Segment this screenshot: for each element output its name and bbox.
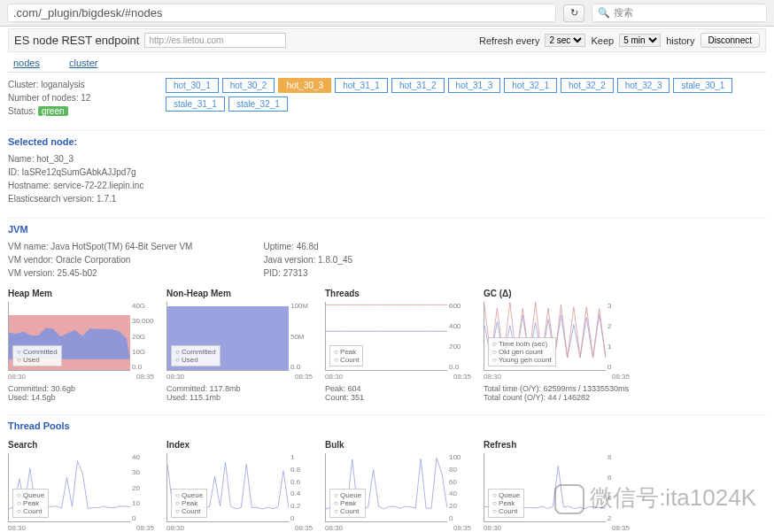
chart-plot: Time both (sec)Old gen countYoung gen co… xyxy=(484,302,606,371)
reload-button[interactable]: ↻ xyxy=(563,4,584,22)
node-id: ID: IaSRe12qSumGAbkAJJpd7g xyxy=(8,166,766,179)
chart-plot: PeakCount xyxy=(325,302,447,371)
chart-heap-mem: Heap MemCommittedUsed40G30.00020G10G0.00… xyxy=(8,289,154,402)
node-button-hot_32_3[interactable]: hot_32_3 xyxy=(617,78,670,93)
keep-select[interactable]: 5 min xyxy=(619,34,661,47)
keep-label: Keep xyxy=(591,35,614,46)
disconnect-button[interactable]: Disconnect xyxy=(700,33,760,48)
jvm-charts-row: Heap MemCommittedUsed40G30.00020G10G0.00… xyxy=(8,289,766,402)
chart-title: Threads xyxy=(325,289,471,298)
vm-version: VM version: 25.45-b02 xyxy=(8,266,192,280)
search-placeholder: 搜索 xyxy=(614,6,633,19)
node-button-hot_31_2[interactable]: hot_31_2 xyxy=(391,78,445,93)
node-button-hot_31_3[interactable]: hot_31_3 xyxy=(448,78,501,93)
chart-plot: QueuePeakCount xyxy=(8,453,130,522)
tab-row: nodes cluster xyxy=(8,54,766,73)
chart-threads: ThreadsPeakCount6004002000.008:3008:35Pe… xyxy=(325,289,471,402)
chart-title: Refresh xyxy=(484,440,630,450)
node-button-hot_30_3[interactable]: hot_30_3 xyxy=(278,78,331,93)
chart-title: Index xyxy=(166,440,313,450)
chart-legend: QueuePeakCount xyxy=(12,489,49,518)
chart-search: SearchQueuePeakCount40302010008:3008:35Q… xyxy=(8,440,154,532)
browser-bar: .com/_plugin/bigdesk/#nodes ↻ 🔍搜索 xyxy=(0,0,774,27)
node-button-stale_30_1[interactable]: stale_30_1 xyxy=(673,78,732,93)
node-buttons: hot_30_1hot_30_2hot_30_3hot_31_1hot_31_2… xyxy=(166,78,766,112)
node-name: Name: hot_30_3 xyxy=(8,152,766,166)
search-bar[interactable]: 🔍搜索 xyxy=(592,4,767,22)
chart-title: Non-Heap Mem xyxy=(166,289,313,298)
chart-gc-: GC (Δ)Time both (sec)Old gen countYoung … xyxy=(484,289,630,402)
chart-index: IndexQueuePeakCount10.80.60.40.2008:3008… xyxy=(166,440,313,532)
reload-icon: ↻ xyxy=(570,7,578,19)
chart-legend: CommittedUsed xyxy=(171,345,221,366)
toolbar: ES node REST endpoint Refresh every 2 se… xyxy=(8,28,766,52)
node-button-stale_32_1[interactable]: stale_32_1 xyxy=(228,96,288,112)
cluster-status-label: Status: xyxy=(8,106,35,116)
chart-legend: Time both (sec)Old gen countYoung gen co… xyxy=(488,337,556,366)
vm-vendor: VM vendor: Oracle Corporation xyxy=(8,253,192,266)
chart-non-heap-mem: Non-Heap MemCommittedUsed100M50M0.008:30… xyxy=(166,289,313,402)
chart-legend: QueuePeakCount xyxy=(171,489,207,518)
cluster-name: Cluster: loganalysis xyxy=(8,78,159,91)
selected-node-info: Name: hot_30_3 ID: IaSRe12qSumGAbkAJJpd7… xyxy=(8,152,766,205)
cluster-nodes: Number of nodes: 12 xyxy=(8,91,159,104)
tab-cluster[interactable]: cluster xyxy=(69,58,97,68)
selected-node-title: Selected node: xyxy=(8,130,766,147)
chart-plot: QueuePeakCount xyxy=(484,453,606,522)
node-button-stale_31_1[interactable]: stale_31_1 xyxy=(166,96,225,112)
refresh-select[interactable]: 2 sec xyxy=(545,34,585,47)
chart-stats: Committed: 117.8mbUsed: 115.1mb xyxy=(166,384,313,402)
chart-title: Bulk xyxy=(325,440,471,450)
chart-stats: Peak: 604Count: 351 xyxy=(325,384,471,402)
chart-title: GC (Δ) xyxy=(484,289,630,298)
thread-pool-charts-row: SearchQueuePeakCount40302010008:3008:35Q… xyxy=(8,440,766,532)
tab-nodes[interactable]: nodes xyxy=(13,58,40,68)
chart-legend: QueuePeakCount xyxy=(488,489,524,518)
node-button-hot_30_1[interactable]: hot_30_1 xyxy=(166,78,219,93)
node-button-hot_32_1[interactable]: hot_32_1 xyxy=(504,78,557,93)
jvm-info: VM name: Java HotSpot(TM) 64-Bit Server … xyxy=(8,240,766,280)
chart-plot: QueuePeakCount xyxy=(166,453,289,522)
node-hostname: Hostname: service-72-22.liepin.inc xyxy=(8,179,766,192)
chart-legend: QueuePeakCount xyxy=(329,489,366,518)
chart-plot: QueuePeakCount xyxy=(325,453,447,522)
chart-plot: CommittedUsed xyxy=(8,302,130,371)
cluster-info: Cluster: loganalysis Number of nodes: 12… xyxy=(8,78,159,118)
java-version: Java version: 1.8.0_45 xyxy=(263,253,352,266)
endpoint-input[interactable] xyxy=(144,33,286,48)
chart-legend: PeakCount xyxy=(329,345,363,366)
vm-name: VM name: Java HotSpot(TM) 64-Bit Server … xyxy=(8,240,192,253)
url-bar[interactable]: .com/_plugin/bigdesk/#nodes xyxy=(7,4,556,22)
thread-pools-title: Thread Pools xyxy=(8,414,766,431)
chart-title: Heap Mem xyxy=(8,289,154,298)
node-button-hot_30_2[interactable]: hot_30_2 xyxy=(222,78,275,93)
uptime: Uptime: 46.8d xyxy=(263,240,352,253)
chart-legend: CommittedUsed xyxy=(12,345,62,366)
chart-stats: Committed: 30.6gbUsed: 14.5gb xyxy=(8,384,154,402)
chart-stats: Total time (O/Y): 62599ms / 13335530msTo… xyxy=(484,384,630,402)
node-button-hot_31_1[interactable]: hot_31_1 xyxy=(335,78,388,93)
node-version: Elasticsearch version: 1.7.1 xyxy=(8,192,766,205)
refresh-label: Refresh every xyxy=(479,35,539,46)
chart-bulk: BulkQueuePeakCount10080604020008:3008:35… xyxy=(325,440,471,532)
chart-title: Search xyxy=(8,440,154,450)
search-icon: 🔍 xyxy=(598,7,610,19)
chart-refresh: RefreshQueuePeakCount864208:3008:35Queue… xyxy=(484,440,630,532)
history-label: history xyxy=(666,35,694,46)
pid: PID: 27313 xyxy=(263,266,352,280)
status-badge: green xyxy=(38,106,68,116)
chart-plot: CommittedUsed xyxy=(166,302,289,371)
endpoint-label: ES node REST endpoint xyxy=(14,34,139,47)
node-button-hot_32_2[interactable]: hot_32_2 xyxy=(561,78,614,93)
jvm-title: JVM xyxy=(8,218,766,235)
